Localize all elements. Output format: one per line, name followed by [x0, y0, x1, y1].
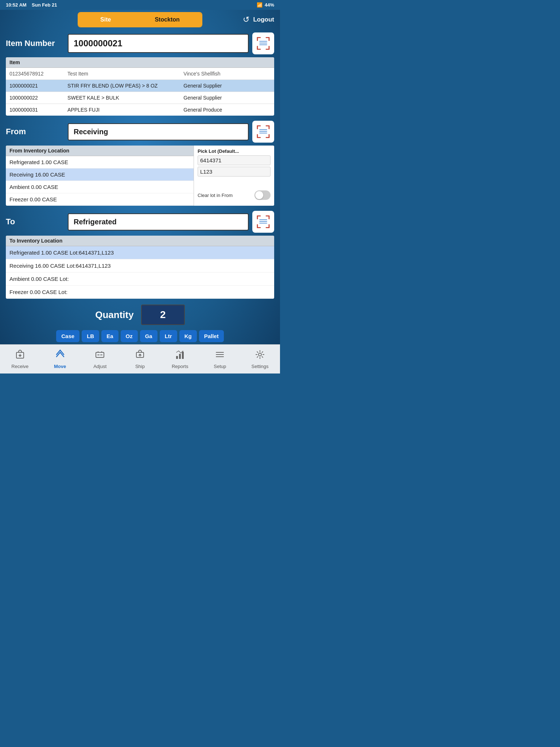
nav-reports-label: Reports: [172, 364, 188, 369]
from-inventory-container: From Inventory Location Refrigerated 1.0…: [6, 146, 274, 206]
top-bar: Site Stockton ↺ Logout: [0, 10, 280, 30]
nav-setup[interactable]: Setup: [205, 347, 234, 371]
unit-lb-button[interactable]: LB: [82, 330, 99, 342]
nav-adjust[interactable]: Adjust: [85, 347, 114, 371]
clear-lot-label: Clear lot in From: [198, 193, 233, 198]
date-label: Sun Feb 21: [32, 2, 57, 8]
refresh-icon[interactable]: ↺: [243, 15, 249, 24]
svg-rect-1: [257, 37, 258, 41]
bottom-nav: Receive Move Adjust Ship Reports Setup: [0, 344, 280, 374]
status-right: 📶 44%: [257, 2, 274, 8]
logout-button[interactable]: Logout: [253, 16, 274, 23]
svg-rect-8: [259, 41, 267, 42]
svg-rect-27: [257, 224, 258, 228]
scan-icon: [256, 36, 271, 51]
quantity-label: Quantity: [95, 309, 133, 321]
from-label: From: [6, 127, 64, 136]
table-row[interactable]: 012345678912 Test Item Vince's Shellfish: [6, 68, 274, 80]
to-inventory-row[interactable]: Refrigerated 1.00 CASE Lot:6414371,L123: [6, 246, 274, 259]
nav-receive-label: Receive: [11, 364, 28, 369]
lot-value-2: L123: [198, 167, 271, 177]
nav-ship[interactable]: Ship: [125, 347, 155, 371]
time-label: 10:52 AM: [6, 2, 27, 8]
table-row[interactable]: 1000000031 APPLES FUJI General Produce: [6, 104, 274, 116]
from-input[interactable]: [68, 123, 249, 140]
col-supplier: [183, 59, 271, 65]
inventory-row[interactable]: Refrigerated 1.00 CASE: [6, 156, 194, 169]
nav-move-label: Move: [54, 364, 66, 369]
site-button[interactable]: Site: [78, 13, 133, 27]
to-input[interactable]: [68, 213, 249, 231]
move-icon: [55, 349, 65, 362]
nav-reports[interactable]: Reports: [166, 347, 195, 371]
to-inventory-row[interactable]: Receiving 16.00 CASE Lot:6414371,L123: [6, 259, 274, 272]
inventory-row[interactable]: Ambient 0.00 CASE: [6, 181, 194, 193]
svg-rect-32: [259, 223, 267, 224]
unit-kg-button[interactable]: Kg: [179, 330, 197, 342]
to-label: To: [6, 217, 64, 227]
unit-buttons: Case LB Ea Oz Ga Ltr Kg Pallet: [0, 329, 280, 344]
to-inventory-row[interactable]: Freezer 0.00 CASE Lot:: [6, 286, 274, 299]
nav-settings[interactable]: Settings: [245, 347, 275, 371]
ship-icon: [135, 349, 145, 362]
svg-rect-21: [259, 133, 267, 133]
from-scan-button[interactable]: [252, 121, 274, 143]
inventory-row[interactable]: Receiving 16.00 CASE: [6, 169, 194, 181]
to-inventory-header: To Inventory Location: [6, 236, 274, 246]
svg-rect-30: [259, 219, 267, 220]
nav-setup-label: Setup: [214, 364, 226, 369]
svg-rect-37: [179, 354, 181, 359]
nav-settings-label: Settings: [252, 364, 269, 369]
svg-rect-9: [259, 43, 267, 43]
svg-point-39: [258, 353, 261, 356]
adjust-icon: [95, 349, 105, 362]
clear-lot-toggle[interactable]: [254, 190, 271, 200]
unit-case-button[interactable]: Case: [56, 330, 79, 342]
unit-oz-button[interactable]: Oz: [121, 330, 138, 342]
lot-value-1: 6414371: [198, 155, 271, 165]
from-scan-icon: [256, 124, 271, 139]
svg-rect-16: [257, 134, 258, 138]
item-number-input[interactable]: [68, 34, 249, 53]
svg-rect-20: [259, 131, 267, 132]
col-name: [67, 59, 183, 65]
to-inventory-row[interactable]: Ambient 0.00 CASE Lot:: [6, 272, 274, 286]
svg-rect-38: [182, 352, 184, 359]
to-section: To: [0, 208, 280, 236]
svg-rect-19: [259, 129, 267, 130]
svg-rect-12: [257, 125, 258, 129]
unit-ea-button[interactable]: Ea: [101, 330, 118, 342]
item-scan-button[interactable]: [252, 32, 274, 54]
nav-move[interactable]: Move: [46, 347, 75, 371]
nav-receive[interactable]: Receive: [5, 347, 35, 371]
svg-rect-29: [269, 224, 270, 228]
svg-rect-25: [269, 216, 270, 220]
unit-ga-button[interactable]: Ga: [140, 330, 158, 342]
setup-icon: [215, 349, 225, 362]
nav-ship-label: Ship: [135, 364, 145, 369]
table-row[interactable]: 1000000021 STIR FRY BLEND (LOW PEAS) > 8…: [6, 80, 274, 92]
inventory-row[interactable]: Freezer 0.00 CASE: [6, 193, 194, 206]
to-scan-icon: [256, 214, 271, 229]
svg-rect-23: [257, 216, 258, 220]
to-inventory-container: To Inventory Location Refrigerated 1.00 …: [6, 236, 274, 299]
location-button[interactable]: Stockton: [133, 13, 201, 27]
col-item: Item: [9, 59, 67, 65]
svg-rect-10: [259, 44, 267, 45]
lot-header: Pick Lot (Default...: [198, 148, 271, 154]
svg-rect-3: [269, 37, 270, 41]
status-time: 10:52 AM Sun Feb 21: [6, 2, 57, 8]
battery-label: 44%: [265, 2, 274, 8]
site-toggle[interactable]: Site Stockton: [78, 12, 202, 27]
to-scan-button[interactable]: [252, 211, 274, 233]
item-table-header: Item: [6, 57, 274, 68]
table-row[interactable]: 1000000022 SWEET KALE > BULK General Sup…: [6, 92, 274, 104]
reports-icon: [175, 349, 185, 362]
from-inventory-right: Pick Lot (Default... 6414371 L123 Clear …: [194, 146, 274, 206]
svg-rect-5: [257, 46, 258, 50]
unit-pallet-button[interactable]: Pallet: [199, 330, 224, 342]
svg-rect-34: [96, 352, 104, 357]
item-table: Item 012345678912 Test Item Vince's Shel…: [6, 57, 274, 116]
unit-ltr-button[interactable]: Ltr: [160, 330, 177, 342]
quantity-input[interactable]: [141, 305, 185, 325]
